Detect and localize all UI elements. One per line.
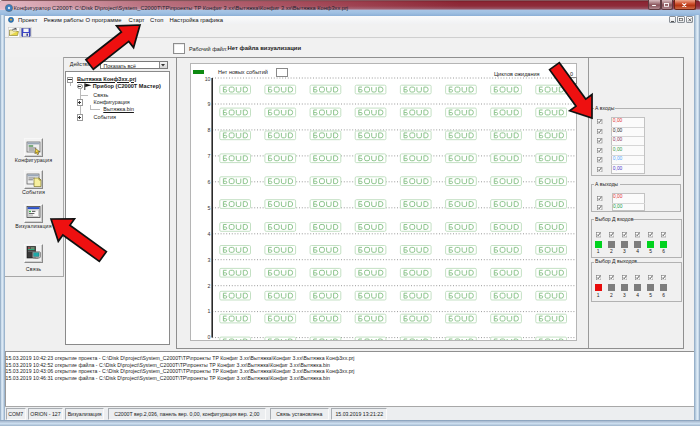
- svg-text:9: 9: [207, 101, 210, 107]
- svg-text:3: 3: [207, 257, 210, 263]
- svg-text:7: 7: [207, 153, 210, 159]
- svg-text:5: 5: [207, 205, 210, 211]
- svg-text:8: 8: [207, 127, 210, 133]
- svg-text:10: 10: [204, 76, 210, 82]
- svg-text:1: 1: [207, 308, 210, 314]
- svg-text:4: 4: [207, 231, 210, 237]
- svg-text:6: 6: [207, 179, 210, 185]
- svg-text:0: 0: [207, 334, 210, 340]
- svg-text:2: 2: [207, 283, 210, 289]
